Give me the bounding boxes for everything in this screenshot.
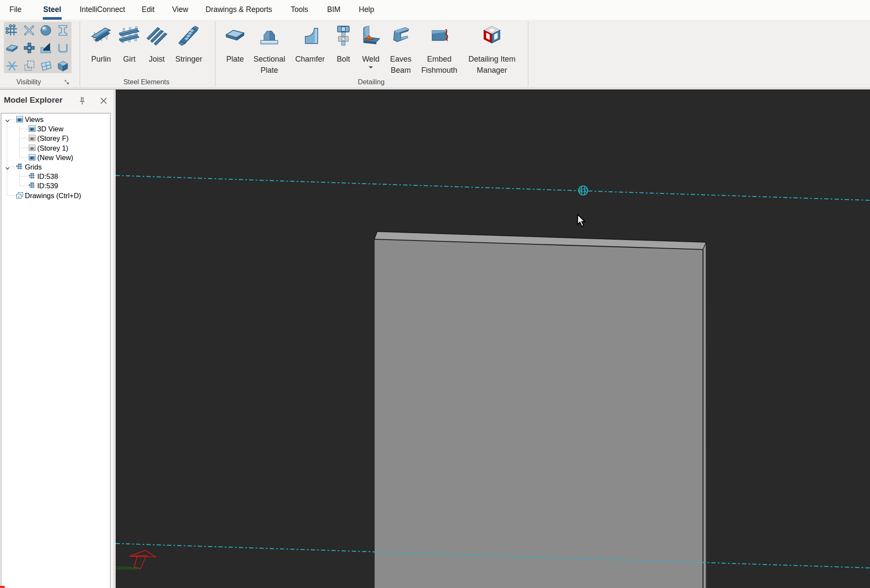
ribbon: VisibilitySteel ElementsPurlinGirtJoistS…: [0, 20, 870, 89]
ribbon-button-label: SectionalPlate: [253, 53, 285, 76]
sphere-icon[interactable]: [39, 24, 52, 37]
special-part-icon[interactable]: [23, 59, 36, 72]
corner-angle-icon[interactable]: [39, 42, 52, 54]
ribbon-button-label: Plate: [224, 53, 246, 65]
menu-item-intelliconnect[interactable]: IntelliConnect: [79, 0, 126, 20]
detailing-item-manager-icon: [481, 25, 503, 46]
tree-item-label: ID:539: [37, 181, 58, 190]
menu-item-file[interactable]: File: [9, 0, 22, 20]
ribbon-group-separator: [528, 21, 528, 86]
tree-item-drawings-ctrl-d-[interactable]: Drawings (Ctrl+D): [1, 191, 110, 200]
ribbon-button-label: EavesBeam: [390, 53, 411, 76]
tree-item-label: ID:538: [37, 172, 58, 181]
ribbon-group-separator: [80, 21, 80, 86]
panel-title: Model Explorer: [4, 95, 63, 105]
chevron-down-icon[interactable]: [5, 117, 10, 122]
ribbon-button-label: Detailing ItemManager: [468, 53, 515, 76]
tree-item-label: (New View): [37, 153, 73, 162]
menu-item-bim[interactable]: BIM: [326, 0, 341, 20]
menu-item-view[interactable]: View: [171, 0, 189, 20]
dropdown-caret-icon[interactable]: [369, 66, 373, 68]
visibility-icon-grid: [4, 22, 72, 73]
bolt-icon: [333, 25, 354, 46]
embed-fishmouth-icon: [429, 25, 450, 46]
ribbon-button-label: Purlin: [90, 53, 112, 65]
menu-item-drawings-reports[interactable]: Drawings & Reports: [205, 0, 273, 20]
tree-item-grids[interactable]: Grids: [1, 162, 110, 172]
panel-splitter[interactable]: [114, 90, 114, 588]
dialog-launcher-icon[interactable]: [64, 80, 70, 86]
menu-item-help[interactable]: Help: [358, 0, 375, 20]
stringer-icon: [178, 25, 200, 46]
mouse-cursor: [578, 214, 585, 226]
tree-item-label: (Storey 1): [37, 144, 68, 152]
ribbon-button-girt[interactable]: Girt: [119, 25, 140, 65]
view-blue-icon: [16, 116, 23, 123]
ribbon-button-eaves-beam[interactable]: EavesBeam: [390, 25, 411, 76]
ribbon-button-label: EmbedFishmouth: [421, 53, 457, 76]
view-blue-icon: [29, 154, 36, 161]
menu-item-tools[interactable]: Tools: [290, 0, 309, 20]
ribbon-button-plate[interactable]: Plate: [224, 25, 246, 65]
status-corner-marker: [0, 586, 5, 588]
grid-tree-icon: [29, 173, 36, 180]
bolt-visibility-icon[interactable]: [23, 42, 36, 54]
channel-icon[interactable]: [57, 42, 69, 54]
ribbon-button-label: Chamfer: [295, 53, 325, 65]
plate-visibility-icon[interactable]: [6, 42, 18, 54]
tree-item-id-539[interactable]: ID:539: [1, 181, 110, 190]
chevron-down-icon[interactable]: [5, 165, 10, 169]
ribbon-button-embed-fishmouth[interactable]: EmbedFishmouth: [421, 25, 457, 76]
cross-icon[interactable]: [23, 24, 36, 37]
model-explorer-tree: Views3D View(Storey F)(Storey 1)(New Vie…: [1, 113, 110, 588]
ribbon-button-label: Stringer: [175, 53, 202, 65]
sectional-plate-icon: [259, 25, 280, 46]
tree-item-label: 3D View: [37, 125, 63, 133]
chamfer-icon: [299, 25, 321, 46]
ribbon-group-separator: [215, 21, 215, 86]
model-explorer-panel: Model Explorer Views3D View(Storey F)(St…: [0, 89, 116, 588]
viewport-3d[interactable]: [116, 89, 870, 588]
menu-bar: FileSteelIntelliConnectEditViewDrawings …: [0, 0, 870, 20]
tree-item-3d-view[interactable]: 3D View: [1, 124, 110, 134]
tree-item-label: Drawings (Ctrl+D): [25, 191, 81, 200]
ucs-triad: [116, 550, 156, 569]
close-icon[interactable]: [100, 98, 107, 104]
ribbon-button-detailing-item-manager[interactable]: Detailing ItemManager: [468, 25, 515, 76]
application-window: FileSteelIntelliConnectEditViewDrawings …: [0, 0, 870, 588]
tree-item-id-538[interactable]: ID:538: [1, 172, 110, 181]
eaves-beam-icon: [390, 25, 411, 46]
tree-item--storey-1-[interactable]: (Storey 1): [1, 143, 110, 153]
tree-item-label: Views: [25, 115, 44, 124]
window-grid-icon[interactable]: [39, 59, 52, 72]
ribbon-group-label-steel-elements: Steel Elements: [123, 78, 170, 86]
ribbon-button-bolt[interactable]: Bolt: [333, 25, 354, 65]
tree-item-label: (Storey F): [37, 134, 69, 143]
girt-icon: [119, 25, 140, 46]
menu-item-edit[interactable]: Edit: [141, 0, 155, 20]
cube-icon[interactable]: [57, 59, 69, 72]
grid-visibility-icon[interactable]: [6, 24, 18, 37]
view-gray-icon: [29, 135, 36, 142]
plate-icon: [224, 25, 246, 46]
pin-icon[interactable]: [79, 97, 86, 105]
ribbon-button-stringer[interactable]: Stringer: [175, 25, 202, 65]
ribbon-button-label: Bolt: [333, 53, 354, 65]
ribbon-button-label: Girt: [119, 53, 140, 65]
ribbon-button-purlin[interactable]: Purlin: [90, 25, 112, 65]
ribbon-button-weld[interactable]: Weld: [360, 25, 381, 68]
tree-item-label: Grids: [25, 163, 42, 171]
menu-item-steel[interactable]: Steel: [42, 0, 62, 20]
grid-tree-icon: [16, 163, 23, 170]
tree-item-views[interactable]: Views: [1, 115, 110, 124]
purlin-icon: [90, 25, 112, 46]
tree-item--new-view-[interactable]: (New View): [1, 153, 110, 162]
scene-canvas: [116, 89, 870, 588]
axes-star-icon[interactable]: [6, 59, 18, 72]
tree-item--storey-f-[interactable]: (Storey F): [1, 134, 110, 143]
ribbon-button-chamfer[interactable]: Chamfer: [295, 25, 325, 65]
ibeam-icon[interactable]: [57, 24, 69, 37]
grid-tree-icon: [29, 182, 36, 189]
ribbon-button-joist[interactable]: Joist: [146, 25, 167, 65]
ribbon-button-sectional-plate[interactable]: SectionalPlate: [253, 25, 285, 76]
